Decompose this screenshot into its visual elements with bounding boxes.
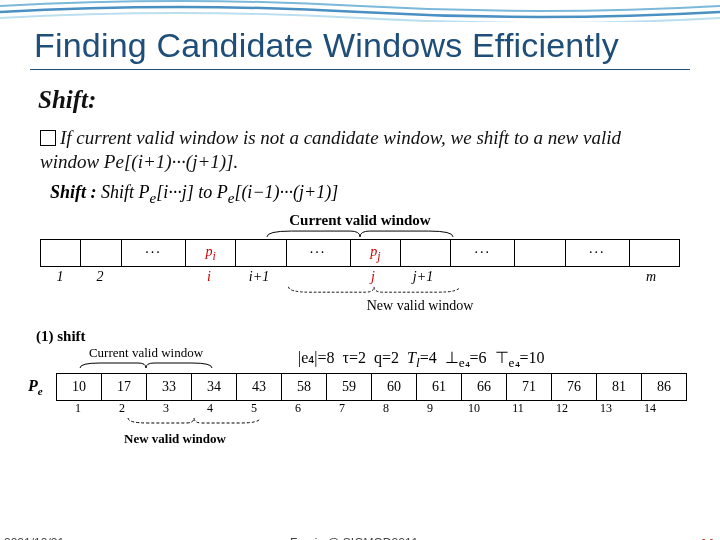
brace-down-icon xyxy=(262,229,458,239)
current-valid-window-label: Current valid window xyxy=(40,212,680,229)
brace-down-2-icon xyxy=(76,361,216,370)
new-valid-window-label: New valid window xyxy=(160,298,680,314)
step-label: (1) shift xyxy=(36,328,288,345)
header-wave xyxy=(0,0,720,22)
footer-page: 29/44 xyxy=(682,536,714,540)
window-axis: 1 2 i i+1 j j+1 m xyxy=(40,269,680,285)
diagram-example: (1) shift Current valid window |e₄|=8 τ=… xyxy=(28,328,720,371)
diagram-window-shift: Current valid window ··· pi ··· pj ··· ·… xyxy=(40,212,680,314)
title-underline xyxy=(30,69,690,70)
bullet-box-icon xyxy=(40,130,56,146)
params-text: |e₄|=8 τ=2 q=2 Tl=4 ⊥e₄=6 ⊤e₄=10 xyxy=(298,348,545,371)
pe-row: Pe 10 17 33 34 43 58 59 60 61 66 71 76 8… xyxy=(28,373,720,401)
pe-label: Pe xyxy=(28,377,56,397)
brace-up-2-icon xyxy=(124,416,264,425)
pe-cells: 10 17 33 34 43 58 59 60 61 66 71 76 81 8… xyxy=(56,373,687,401)
slide-title: Finding Candidate Windows Efficiently xyxy=(34,26,720,65)
footer-date: 2021/10/21 xyxy=(4,536,64,540)
brace-up-icon xyxy=(276,285,472,294)
window-row: ··· pi ··· pj ··· ··· xyxy=(40,239,680,267)
shift-definition: Shift : Shift Pe[i···j] to Pe[(i−1)···(j… xyxy=(50,182,720,207)
pe-indices: 1 2 3 4 5 6 7 8 9 10 11 12 13 14 xyxy=(56,401,720,416)
body-paragraph: If current valid window is not a candida… xyxy=(40,126,676,174)
footer-mid: Faerie @ SIGMOD2011 xyxy=(290,536,418,540)
subtitle-shift: Shift: xyxy=(38,86,720,114)
cvw2-label: Current valid window xyxy=(76,345,216,361)
nvw2-label: New valid window xyxy=(124,431,720,447)
